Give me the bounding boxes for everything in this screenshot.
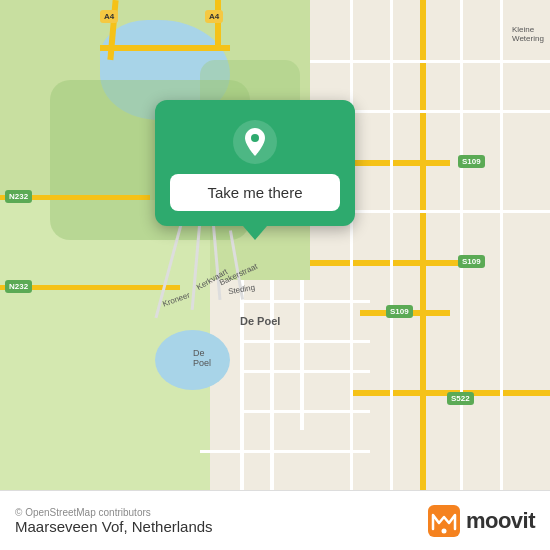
label-amstelveen: De Poel	[240, 315, 280, 327]
urban-road-v3	[460, 0, 463, 490]
footer-info: © OpenStreetMap contributors Maarseveen …	[15, 507, 213, 535]
urban-road-h1	[310, 60, 550, 63]
location-name: Maarseveen Vof, Netherlands	[15, 518, 213, 535]
badge-s522: S522	[447, 392, 474, 405]
local-road-1	[240, 280, 244, 490]
moovit-icon	[428, 505, 460, 537]
moovit-logo: moovit	[428, 505, 535, 537]
badge-a4-2: A4	[205, 10, 223, 23]
map: A4 A4 N232 N232 S109 S109 S109 S522 De P…	[0, 0, 550, 490]
highway-a4-horiz	[100, 45, 230, 51]
location-popup: Take me there	[155, 100, 355, 226]
svg-point-1	[251, 134, 259, 142]
urban-road-v2	[390, 0, 393, 490]
urban-road-v4	[500, 0, 503, 490]
location-pin-icon	[233, 120, 277, 164]
badge-n232-2: N232	[5, 280, 32, 293]
road-major-v1	[420, 0, 426, 490]
urban-road-v1	[350, 0, 353, 490]
label-de-poel: DePoel	[193, 348, 211, 368]
label-kleine-wetering: KleineWetering	[512, 25, 544, 43]
local-road-h5	[200, 450, 370, 453]
copyright-text: © OpenStreetMap contributors	[15, 507, 213, 518]
footer: © OpenStreetMap contributors Maarseveen …	[0, 490, 550, 550]
badge-s109-1: S109	[458, 155, 485, 168]
badge-s109-2: S109	[458, 255, 485, 268]
badge-n232-1: N232	[5, 190, 32, 203]
moovit-brand-text: moovit	[466, 508, 535, 534]
svg-point-3	[441, 528, 446, 533]
badge-s109-3: S109	[386, 305, 413, 318]
local-road-2	[270, 280, 274, 490]
badge-a4-1: A4	[100, 10, 118, 23]
highway-a4-top2	[215, 0, 221, 50]
take-me-there-button[interactable]: Take me there	[170, 174, 340, 211]
